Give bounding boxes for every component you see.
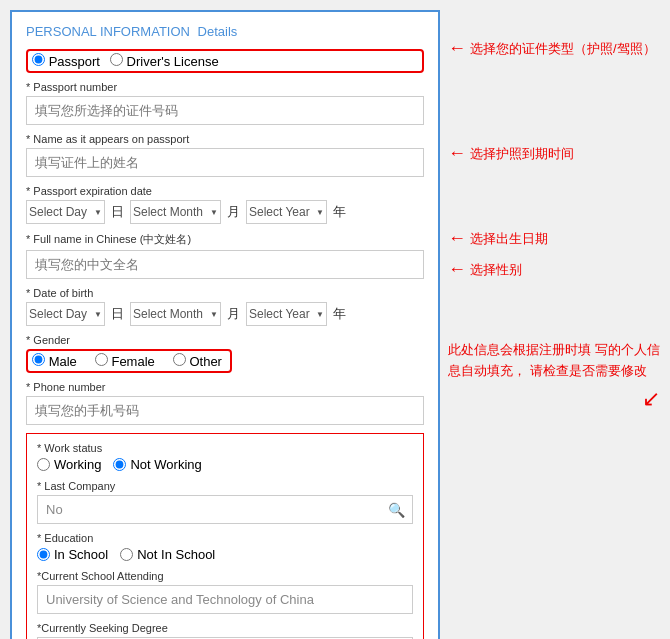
not-in-school-radio[interactable] [120,548,133,561]
passport-expiry-date-row: Select Day 日 Select Month 月 Select Year … [26,200,424,224]
dob-day-select[interactable]: Select Day [26,302,105,326]
arrow-dob: ← [448,228,466,249]
other-label: Other [189,354,222,369]
current-school-field: *Current School Attending [37,570,413,614]
dob-date-row: Select Day 日 Select Month 月 Select Year … [26,302,424,326]
dob-month-cn: 月 [227,305,240,323]
education-radio-group: In School Not In School [37,547,413,562]
annotation-gender: ← 选择性别 [448,259,660,280]
work-status-label: * Work status [37,442,413,454]
gender-radio-group: Male Female Other [26,349,232,373]
not-in-school-radio-label[interactable]: Not In School [120,547,215,562]
male-label: Male [49,354,77,369]
annotation-auto-fill-text: 此处信息会根据注册时填 写的个人信息自动填充， 请检查是否需要修改 [448,340,660,382]
passport-radio-label[interactable]: Passport [32,53,100,69]
name-on-passport-field: * Name as it appears on passport [26,133,424,177]
dob-field: * Date of birth Select Day 日 Select Mont… [26,287,424,326]
other-radio-label[interactable]: Other [173,353,222,369]
working-radio-label[interactable]: Working [37,457,101,472]
phone-label: * Phone number [26,381,424,393]
female-radio[interactable] [95,353,108,366]
details-link[interactable]: Details [198,24,238,39]
education-field: * Education In School Not In School [37,532,413,562]
annotation-dob-text: 选择出生日期 [470,229,548,249]
working-label: Working [54,457,101,472]
search-icon: 🔍 [388,502,405,518]
passport-number-field: * Passport number [26,81,424,125]
dob-year-wrapper: Select Year [246,302,327,326]
drivers-license-label: Driver's License [127,54,219,69]
dob-month-select[interactable]: Select Month [130,302,221,326]
phone-input[interactable] [26,396,424,425]
female-radio-label[interactable]: Female [95,353,155,369]
expiry-month-cn: 月 [227,203,240,221]
annotation-auto-fill: 此处信息会根据注册时填 写的个人信息自动填充， 请检查是否需要修改 ↙ [448,340,660,412]
passport-number-label: * Passport number [26,81,424,93]
expiry-year-select[interactable]: Select Year [246,200,327,224]
phone-field: * Phone number [26,381,424,425]
not-working-radio[interactable] [113,458,126,471]
expiry-year-cn: 年 [333,203,346,221]
degree-label: *Currently Seeking Degree [37,622,413,634]
current-school-label: *Current School Attending [37,570,413,582]
last-company-input-wrapper: 🔍 [37,495,413,524]
arrow-gender: ← [448,259,466,280]
auto-fill-section: * Work status Working Not Working * La [26,433,424,639]
dob-day-wrapper: Select Day [26,302,105,326]
drivers-license-radio[interactable] [110,53,123,66]
passport-label: Passport [49,54,100,69]
passport-expiry-label: * Passport expiration date [26,185,424,197]
annotation-gender-text: 选择性别 [470,260,522,280]
work-status-radio-group: Working Not Working [37,457,413,472]
expiry-month-wrapper: Select Month [130,200,221,224]
personal-info-form: PERSONAL INFORMATION Details Passport Dr… [10,10,440,639]
id-type-field: Passport Driver's License [26,49,424,73]
expiry-day-select[interactable]: Select Day [26,200,105,224]
expiry-month-select[interactable]: Select Month [130,200,221,224]
female-label: Female [111,354,154,369]
passport-radio[interactable] [32,53,45,66]
id-type-radio-group: Passport Driver's License [26,49,424,73]
passport-expiry-field: * Passport expiration date Select Day 日 … [26,185,424,224]
annotation-expiry: ← 选择护照到期时间 [448,143,660,164]
expiry-day-cn: 日 [111,203,124,221]
arrow-expiry: ← [448,143,466,164]
annotations-column: ← 选择您的证件类型（护照/驾照） ← 选择护照到期时间 ← 选择出生日期 ← … [440,10,660,639]
in-school-radio[interactable] [37,548,50,561]
dob-year-select[interactable]: Select Year [246,302,327,326]
annotation-id-type: ← 选择您的证件类型（护照/驾照） [448,38,660,59]
education-label: * Education [37,532,413,544]
gender-label: * Gender [26,334,424,346]
last-company-input[interactable] [37,495,413,524]
name-on-passport-label: * Name as it appears on passport [26,133,424,145]
working-radio[interactable] [37,458,50,471]
other-radio[interactable] [173,353,186,366]
expiry-year-wrapper: Select Year [246,200,327,224]
degree-field: *Currently Seeking Degree [37,622,413,639]
not-in-school-label: Not In School [137,547,215,562]
last-company-label: * Last Company [37,480,413,492]
in-school-label: In School [54,547,108,562]
name-on-passport-input[interactable] [26,148,424,177]
expiry-day-wrapper: Select Day [26,200,105,224]
current-school-input[interactable] [37,585,413,614]
dob-label: * Date of birth [26,287,424,299]
dob-month-wrapper: Select Month [130,302,221,326]
in-school-radio-label[interactable]: In School [37,547,108,562]
not-working-radio-label[interactable]: Not Working [113,457,201,472]
gender-field: * Gender Male Female Other [26,334,424,373]
arrow-id-type: ← [448,38,466,59]
work-status-field: * Work status Working Not Working [37,442,413,472]
dob-day-cn: 日 [111,305,124,323]
drivers-license-radio-label[interactable]: Driver's License [110,53,219,69]
curved-arrow-icon: ↙ [642,386,660,412]
passport-number-input[interactable] [26,96,424,125]
male-radio-label[interactable]: Male [32,353,77,369]
chinese-name-input[interactable] [26,250,424,279]
chinese-name-label: * Full name in Chinese (中文姓名) [26,232,424,247]
annotation-expiry-text: 选择护照到期时间 [470,144,574,164]
male-radio[interactable] [32,353,45,366]
dob-year-cn: 年 [333,305,346,323]
form-title: PERSONAL INFORMATION [26,24,190,39]
not-working-label: Not Working [130,457,201,472]
